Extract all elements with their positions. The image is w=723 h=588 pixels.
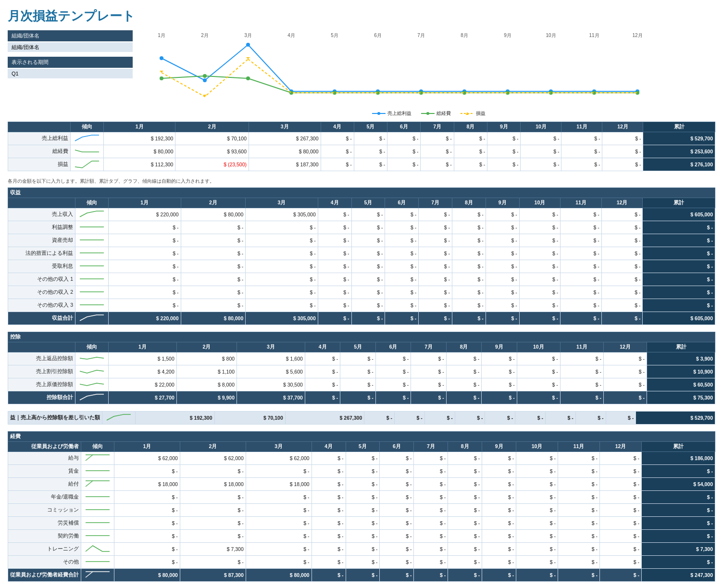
rev-val-0-sep: $ - (486, 208, 519, 221)
summary-header-trend: 傾向 (71, 122, 104, 132)
summary-cumulative-pl: $ 276,100 (643, 158, 715, 171)
summary-val-te-may: $ - (354, 145, 387, 158)
revenue-total-trend (75, 312, 109, 325)
summary-val-gp-dec: $ - (602, 132, 643, 145)
summary-val-gp-jul: $ - (421, 132, 454, 145)
svg-point-42 (426, 112, 429, 115)
rev-header-apr: 4月 (318, 198, 351, 208)
rev-label-0: 売上収入 (8, 208, 75, 221)
period-input[interactable] (8, 69, 133, 78)
rev-header-nov: 11月 (561, 198, 602, 208)
summary-header-label (8, 122, 71, 132)
summary-val-gp-nov: $ - (561, 132, 602, 145)
legend-gross-profit: 売上総利益 (372, 110, 411, 117)
summary-cumulative-te: $ 253,600 (643, 145, 715, 158)
expenses-table: 経費 従業員および労働者 傾向 1月2月3月4月5月6月7月8月9月10月11月… (8, 431, 715, 582)
summary-trend-total-expense (71, 145, 104, 158)
summary-header-feb: 2月 (175, 122, 249, 132)
summary-val-gp-apr: $ - (321, 132, 354, 145)
summary-val-te-jan: $ 80,000 (104, 145, 175, 158)
chart-legend: 売上総利益 総経費 損益 (142, 110, 715, 117)
ded-row-2: 売上原価控除額 $ 22,000$ 8,000$ 30,500$ -$ -$ -… (8, 378, 715, 391)
summary-val-pl-nov: $ - (561, 158, 602, 171)
page-title: 月次損益テンプレート (8, 8, 715, 25)
svg-point-26 (246, 76, 250, 80)
rev-header-jul: 7月 (419, 198, 452, 208)
chart-svg: 1月 2月 3月 4月 5月 6月 7月 8月 9月 10月 11月 12月 (142, 30, 671, 107)
rev-row-5: その他の収入 1 $ -$ -$ -$ -$ -$ -$ -$ -$ -$ -$… (8, 273, 715, 286)
rev-val-0-jan: $ 220,000 (109, 208, 181, 221)
summary-row-total-expense: 総経費 $ 80,000 $ 93,600 $ 80,000 $ - $ - $… (8, 145, 715, 158)
summary-cumulative-gp: $ 529,700 (643, 132, 715, 145)
rev-row-2: 資産売却 $ -$ -$ -$ -$ -$ -$ -$ -$ -$ -$ -$ … (8, 234, 715, 247)
exp-row-0: 給与 $ 62,000$ 62,000$ 62,000$ -$ -$ -$ -$… (8, 452, 715, 465)
rev-header-sep: 9月 (486, 198, 519, 208)
exp-row-4: コミッション $ -$ -$ -$ -$ -$ -$ -$ -$ -$ -$ -… (8, 504, 715, 517)
rev-val-0-oct: $ - (519, 208, 561, 221)
svg-point-14 (246, 43, 250, 47)
svg-marker-38 (246, 57, 250, 59)
summary-header-may: 5月 (354, 122, 387, 132)
gross-profit-row: 益｜売上高から控除額を差し引いた額 $ 192,300 $ 70,100 $ 2… (8, 412, 715, 425)
rev-header-trend: 傾向 (75, 198, 109, 208)
rev-val-0-jul: $ - (419, 208, 452, 221)
rev-val-0-mar: $ 305,000 (246, 208, 318, 221)
svg-point-40 (377, 112, 380, 115)
revenue-section-header: 収益 (8, 188, 715, 198)
svg-point-13 (203, 78, 207, 82)
svg-text:7月: 7月 (417, 33, 425, 38)
summary-header-cumulative: 累計 (643, 122, 715, 132)
exp-section-header: 経費 (8, 432, 715, 442)
svg-text:5月: 5月 (331, 33, 338, 38)
summary-val-gp-sep: $ - (487, 132, 521, 145)
exp-row-3: 年金/退職金 $ -$ -$ -$ -$ -$ -$ -$ -$ -$ -$ -… (8, 491, 715, 504)
svg-text:11月: 11月 (589, 33, 599, 38)
summary-val-te-jul: $ - (421, 145, 454, 158)
summary-label-gross-profit: 売上総利益 (8, 132, 71, 145)
svg-text:10月: 10月 (546, 33, 556, 38)
revenue-table: 収益 傾向 1月 2月 3月 4月 5月 6月 7月 8月 9月 10月 11月… (8, 188, 715, 325)
summary-label-profit-loss: 損益 (8, 158, 71, 171)
summary-header-dec: 12月 (602, 122, 643, 132)
rev-row-6: その他の収入 2 $ -$ -$ -$ -$ -$ -$ -$ -$ -$ -$… (8, 286, 715, 299)
summary-header-sep: 9月 (487, 122, 521, 132)
org-input[interactable] (8, 42, 133, 52)
rev-val-0-apr: $ - (318, 208, 351, 221)
rev-row-1: 利益調整 $ -$ -$ -$ -$ -$ -$ -$ -$ -$ -$ -$ … (8, 221, 715, 234)
summary-header-apr: 4月 (321, 122, 354, 132)
summary-trend-profit-loss (71, 158, 104, 171)
summary-val-te-dec: $ - (602, 145, 643, 158)
deductions-total-row: 控除額合計 $ 27,700$ 9,900$ 37,700$ -$ -$ -$ … (8, 391, 715, 404)
summary-row-gross-profit: 売上総利益 $ 192,300 $ 70,100 $ 267,300 $ - $… (8, 132, 715, 145)
svg-text:8月: 8月 (461, 33, 468, 38)
legend-profit-loss: 損益 (461, 110, 486, 117)
rev-row-7: その他の収入 3 $ -$ -$ -$ -$ -$ -$ -$ -$ -$ -$… (8, 299, 715, 312)
svg-point-12 (160, 56, 163, 60)
summary-val-pl-aug: $ - (454, 158, 487, 171)
summary-val-pl-sep: $ - (487, 158, 521, 171)
summary-val-pl-jul: $ - (421, 158, 454, 171)
summary-row-profit-loss: 損益 $ 112,300 $ (23,500) $ 187,300 $ - $ … (8, 158, 715, 171)
summary-val-pl-jan: $ 112,300 (104, 158, 175, 171)
summary-val-te-mar: $ 80,000 (249, 145, 321, 158)
chart-area: 1月 2月 3月 4月 5月 6月 7月 8月 9月 10月 11月 12月 (142, 30, 715, 117)
legend-total-expense-label: 総経費 (436, 110, 451, 117)
summary-val-te-nov: $ - (561, 145, 602, 158)
rev-trend-0 (75, 208, 109, 221)
summary-val-te-jun: $ - (387, 145, 421, 158)
rev-header-label (8, 198, 75, 208)
exp-row-5: 労災補償 $ -$ -$ -$ -$ -$ -$ -$ -$ -$ -$ -$ … (8, 517, 715, 530)
summary-label-total-expense: 総経費 (8, 145, 71, 158)
summary-header-nov: 11月 (561, 122, 602, 132)
summary-val-gp-jun: $ - (387, 132, 421, 145)
rev-trend-1 (75, 221, 109, 234)
summary-header-oct: 10月 (521, 122, 561, 132)
rev-header-mar: 3月 (246, 198, 318, 208)
svg-point-25 (203, 74, 207, 78)
rev-cumulative-0: $ 605,000 (643, 208, 715, 221)
rev-header-cumulative: 累計 (643, 198, 715, 208)
svg-text:6月: 6月 (374, 33, 382, 38)
legend-total-expense: 総経費 (421, 110, 451, 117)
summary-val-te-oct: $ - (521, 145, 561, 158)
summary-header-aug: 8月 (454, 122, 487, 132)
